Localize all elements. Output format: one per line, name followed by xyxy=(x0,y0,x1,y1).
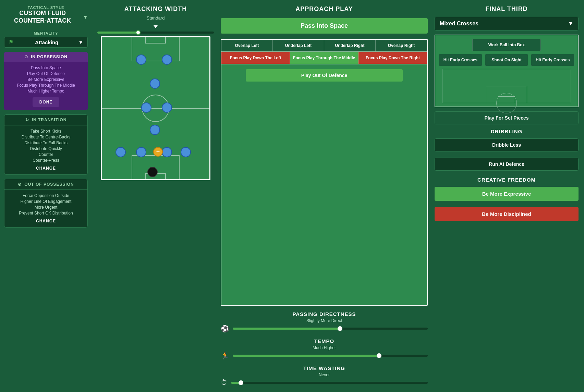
mixed-crosses-label: Mixed Crosses xyxy=(440,21,478,27)
attacking-width-subtitle: Standard xyxy=(147,15,165,21)
passing-directness-fill xyxy=(233,328,340,330)
time-wasting-slider[interactable]: ⏱ xyxy=(221,379,428,387)
passing-directness-section: PASSING DIRECTNESS Slightly More Direct … xyxy=(221,311,428,333)
possession-icon: ⊙ xyxy=(24,54,28,59)
tempo-value: Much Higher xyxy=(221,345,428,350)
dribble-less-button[interactable]: Dribble Less xyxy=(435,138,579,151)
width-slider-thumb[interactable] xyxy=(136,30,141,35)
approach-grid: Overlap Left Underlap Left Underlap Righ… xyxy=(221,39,428,306)
player xyxy=(136,54,146,65)
passing-directness-value: Slightly More Direct xyxy=(221,318,428,323)
tempo-icon: 🏃 xyxy=(221,352,229,360)
main-content: ATTACKING WIDTH Standard xyxy=(92,0,584,392)
pitch-column: ATTACKING WIDTH Standard xyxy=(97,5,214,387)
tempo-slider[interactable]: 🏃 xyxy=(221,352,428,360)
tactical-style-section: TACTICAL STYLE CUSTOM FLUID COUNTER-ATTA… xyxy=(4,5,88,27)
possession-header-label: IN POSSESSION xyxy=(31,54,68,59)
player xyxy=(150,78,160,89)
mentality-dropdown[interactable]: ⚑ Attacking ▼ xyxy=(4,37,88,48)
list-item: Be More Expressive xyxy=(8,77,84,82)
final-third-title: FINAL THIRD xyxy=(435,5,579,13)
time-wasting-track[interactable] xyxy=(231,382,428,384)
focus-play-middle-cell[interactable]: Focus Play Through The Middle xyxy=(290,52,358,64)
mini-pitch xyxy=(442,69,571,103)
play-out-of-defence-button[interactable]: Play Out Of Defence xyxy=(246,69,403,82)
work-ball-into-box-cell[interactable]: Work Ball Into Box xyxy=(472,39,541,51)
done-button[interactable]: DONE xyxy=(33,97,60,107)
oop-body: Force Opposition Outside Higher Line Of … xyxy=(4,190,87,227)
shoot-on-sight-cell[interactable]: Shoot On Sight xyxy=(485,54,528,66)
oop-header[interactable]: ⊙ OUT OF POSSESSION xyxy=(4,179,87,190)
approach-middle-row: Focus Play Down The Left Focus Play Thro… xyxy=(221,52,427,64)
player xyxy=(162,147,172,157)
mentality-label: MENTALITY xyxy=(4,31,88,35)
attacking-width-slider[interactable] xyxy=(97,23,214,34)
passing-directness-slider[interactable]: ⚽ xyxy=(221,324,428,333)
tempo-thumb[interactable] xyxy=(377,353,381,358)
ball-icon: ⚽ xyxy=(221,324,229,333)
transition-header-label: IN TRANSITION xyxy=(32,118,67,122)
transition-icon: ↻ xyxy=(25,118,29,122)
list-item: Distribute Quickly xyxy=(9,146,83,151)
add-player-button[interactable]: + xyxy=(153,147,163,157)
underlap-right-cell[interactable]: Underlap Right xyxy=(324,40,376,51)
transition-body: Take Short Kicks Distribute To Centre-Ba… xyxy=(4,125,87,174)
list-item: More Urgent xyxy=(9,205,83,210)
width-slider-fill xyxy=(97,32,138,34)
list-item: Much Higher Tempo xyxy=(8,89,84,94)
final-third-dropdown[interactable]: Mixed Crosses ▼ xyxy=(435,17,579,30)
list-item: Play Out Of Defence xyxy=(8,71,84,76)
ft-row-1: Work Ball Into Box xyxy=(439,39,574,51)
be-expressive-button[interactable]: Be More Expressive xyxy=(435,187,579,201)
approach-bottom-row: Play Out Of Defence xyxy=(221,64,427,86)
hit-early-crosses-right-cell[interactable]: Hit Early Crosses xyxy=(531,54,574,66)
mentality-icon: ⚑ xyxy=(9,39,13,45)
width-slider-track[interactable] xyxy=(97,32,214,34)
chevron-down-icon: ▼ xyxy=(78,39,83,45)
oop-change-button[interactable]: CHANGE xyxy=(36,219,56,223)
attacking-width-title: ATTACKING WIDTH xyxy=(124,5,187,13)
overlap-right-cell[interactable]: Overlap Right xyxy=(376,40,427,51)
goalkeeper xyxy=(147,167,158,177)
list-item: Counter xyxy=(9,152,83,157)
focus-play-right-cell[interactable]: Focus Play Down The Right xyxy=(358,52,427,64)
hit-early-crosses-left-cell[interactable]: Hit Early Crosses xyxy=(439,54,482,66)
overlap-left-cell[interactable]: Overlap Left xyxy=(221,40,273,51)
pitch-goal-top xyxy=(145,37,166,44)
clock-icon: ⏱ xyxy=(221,379,228,387)
tactical-style-label: TACTICAL STYLE xyxy=(4,5,88,10)
sidebar: TACTICAL STYLE CUSTOM FLUID COUNTER-ATTA… xyxy=(0,0,92,392)
transition-header[interactable]: ↻ IN TRANSITION xyxy=(4,115,87,125)
chevron-down-icon: ▼ xyxy=(83,14,88,20)
list-item: Distribute To Centre-Backs xyxy=(9,135,83,139)
be-disciplined-button[interactable]: Be More Disciplined xyxy=(435,207,579,221)
possession-header[interactable]: ⊙ IN POSSESSION xyxy=(4,52,88,62)
pass-into-space-button[interactable]: Pass Into Space xyxy=(221,18,428,34)
passing-directness-track[interactable] xyxy=(233,328,428,330)
player xyxy=(181,147,191,157)
time-wasting-thumb[interactable] xyxy=(239,380,243,385)
tactical-style-dropdown[interactable]: CUSTOM FLUID COUNTER-ATTACK ▼ xyxy=(4,10,88,24)
oop-icon: ⊙ xyxy=(18,182,22,187)
player xyxy=(150,125,160,135)
list-item: Higher Line Of Engagement xyxy=(9,199,83,204)
list-item: Focus Play Through The Middle xyxy=(8,83,84,88)
approach-column: APPROACH PLAY Pass Into Space Overlap Le… xyxy=(214,5,435,387)
list-item: Counter-Press xyxy=(9,158,83,163)
approach-top-row: Overlap Left Underlap Left Underlap Righ… xyxy=(221,40,427,52)
possession-card: ⊙ IN POSSESSION Pass Into Space Play Out… xyxy=(4,52,88,110)
transition-change-button[interactable]: CHANGE xyxy=(36,166,56,171)
tactical-style-name: CUSTOM FLUID COUNTER-ATTACK xyxy=(4,10,81,24)
ft-row-2: Hit Early Crosses Shoot On Sight Hit Ear… xyxy=(439,54,574,66)
tempo-track[interactable] xyxy=(233,355,428,357)
creative-freedom-title: CREATIVE FREEDOM xyxy=(435,177,579,183)
underlap-left-cell[interactable]: Underlap Left xyxy=(273,40,324,51)
time-wasting-title: TIME WASTING xyxy=(221,365,428,371)
dribbling-title: DRIBBLING xyxy=(435,128,579,134)
list-item: Distribute To Full-Backs xyxy=(9,140,83,145)
player xyxy=(162,54,172,65)
focus-play-left-cell[interactable]: Focus Play Down The Left xyxy=(221,52,290,64)
time-wasting-section: TIME WASTING Never ⏱ xyxy=(221,365,428,387)
run-at-defence-button[interactable]: Run At Defence xyxy=(435,158,579,171)
passing-directness-thumb[interactable] xyxy=(338,326,342,331)
